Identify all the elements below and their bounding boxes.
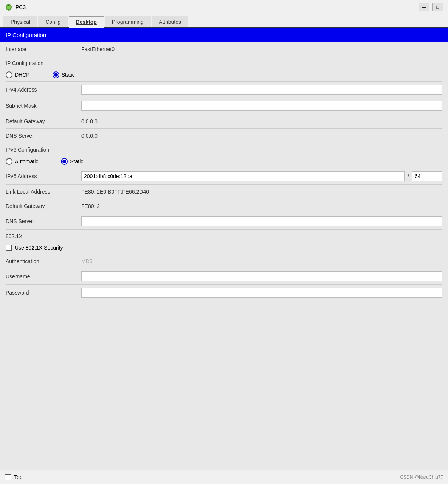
ipv6-slash: /: [408, 173, 409, 179]
minimize-button[interactable]: —: [419, 3, 429, 11]
static-label: Static: [62, 72, 75, 78]
interface-row: Interface FastEthernet0: [6, 42, 442, 56]
ipv4-address-input[interactable]: [81, 85, 442, 95]
authentication-row: Authentication MD5: [6, 254, 442, 268]
password-input[interactable]: [81, 288, 442, 298]
ipv6-dns-row: DNS Server: [6, 213, 442, 230]
ipv6-address-row: IPv6 Address /: [6, 168, 442, 185]
top-label: Top: [14, 474, 23, 480]
top-checkbox[interactable]: [5, 474, 11, 480]
dhcp-radio[interactable]: [6, 71, 12, 78]
static-radio[interactable]: [53, 71, 59, 78]
bottom-left: Top: [5, 474, 23, 480]
content-area: IP Configuration Interface FastEthernet0…: [0, 28, 448, 470]
ipv6-gateway-label: Default Gateway: [6, 203, 81, 209]
ipv4-section-label: IP Configuration: [6, 56, 442, 68]
ipv6-automatic-label: Automatic: [15, 158, 38, 164]
ipv6-static-option[interactable]: Static: [61, 158, 83, 165]
ipv4-dns-label: DNS Server: [6, 133, 81, 139]
ipv6-radio-row: Automatic Static: [6, 155, 442, 168]
tab-programming[interactable]: Programming: [105, 16, 151, 27]
interface-value: FastEthernet0: [81, 46, 442, 52]
tab-physical[interactable]: Physical: [3, 16, 37, 27]
link-local-row: Link Local Address FE80::2E0:B0FF:FE66:2…: [6, 185, 442, 199]
ipv6-automatic-radio[interactable]: [6, 158, 12, 165]
dhcp-option[interactable]: DHCP: [6, 71, 30, 78]
username-input[interactable]: [81, 271, 442, 281]
ipv6-section-label: IPv6 Configuration: [6, 143, 442, 155]
username-row: Username: [6, 268, 442, 285]
ipv6-gateway-value: FE80::2: [81, 203, 442, 209]
link-local-value: FE80::2E0:B0FF:FE66:2D40: [81, 189, 442, 195]
tab-desktop[interactable]: Desktop: [69, 16, 104, 28]
authentication-label: Authentication: [6, 258, 81, 264]
ipv6-dns-label: DNS Server: [6, 218, 81, 224]
maximize-button[interactable]: □: [432, 3, 443, 11]
app-icon: [5, 3, 12, 11]
ipv6-dns-input[interactable]: [81, 216, 442, 226]
ipv6-static-label: Static: [70, 158, 83, 164]
main-window: PC3 — □ Physical Config Desktop Programm…: [0, 0, 448, 484]
link-local-label: Link Local Address: [6, 189, 81, 195]
ipv6-gateway-row: Default Gateway FE80::2: [6, 199, 442, 213]
window-title: PC3: [16, 4, 26, 10]
dot1x-checkbox-label: Use 802.1X Security: [15, 245, 63, 251]
tabs-bar: Physical Config Desktop Programming Attr…: [0, 14, 448, 28]
ipv4-dns-value: 0.0.0.0: [81, 133, 442, 139]
dot1x-checkbox-row: Use 802.1X Security: [6, 242, 442, 254]
ipv4-dns-row: DNS Server 0.0.0.0: [6, 129, 442, 143]
ipv4-radio-row: DHCP Static: [6, 68, 442, 82]
subnet-mask-input[interactable]: [81, 101, 442, 111]
ipv4-address-label: IPv4 Address: [6, 87, 81, 93]
tab-config[interactable]: Config: [38, 16, 68, 27]
subnet-mask-label: Subnet Mask: [6, 103, 81, 109]
ipv4-gateway-value: 0.0.0.0: [81, 118, 442, 124]
interface-label: Interface: [6, 46, 81, 52]
ipv6-prefix-input[interactable]: [412, 171, 442, 181]
username-label: Username: [6, 273, 81, 279]
ipv4-address-row: IPv4 Address: [6, 82, 442, 98]
ipv6-address-input[interactable]: [81, 171, 405, 181]
ip-config-header: IP Configuration: [0, 28, 448, 42]
ipv4-gateway-row: Default Gateway 0.0.0.0: [6, 114, 442, 129]
tab-attributes[interactable]: Attributes: [152, 16, 188, 27]
watermark: CSDN @NaruChiu77: [400, 475, 443, 480]
ipv6-address-label: IPv6 Address: [6, 173, 81, 179]
ipv6-static-radio[interactable]: [61, 158, 68, 165]
ipv4-gateway-label: Default Gateway: [6, 118, 81, 124]
dot1x-checkbox[interactable]: [6, 245, 12, 251]
title-bar: PC3 — □: [0, 0, 448, 14]
bottom-bar: Top CSDN @NaruChiu77: [0, 470, 448, 484]
subnet-mask-row: Subnet Mask: [6, 98, 442, 114]
dot1x-section-label: 802.1X: [6, 230, 442, 242]
password-row: Password: [6, 285, 442, 301]
dhcp-label: DHCP: [15, 72, 30, 78]
static-option[interactable]: Static: [53, 71, 75, 78]
authentication-value: MD5: [81, 258, 442, 264]
ipv6-automatic-option[interactable]: Automatic: [6, 158, 38, 165]
title-buttons: — □: [419, 3, 443, 11]
password-label: Password: [6, 290, 81, 296]
